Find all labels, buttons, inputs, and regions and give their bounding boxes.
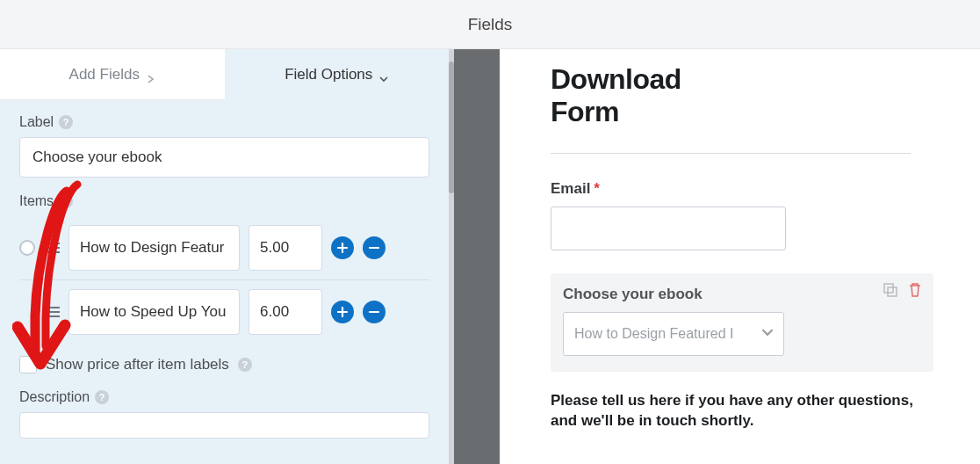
selected-field-block[interactable]: Choose your ebook [551,273,933,372]
description-section: Description ? [19,389,429,439]
duplicate-icon[interactable] [883,282,898,298]
email-input[interactable] [551,207,786,250]
tab-options-label: Field Options [285,66,372,83]
svg-rect-0 [884,284,893,293]
tab-field-options[interactable]: Field Options [225,49,450,100]
item-name-input[interactable] [68,225,240,271]
form-preview: Download Form Email * Choose your ebook [500,49,980,464]
description-input[interactable] [19,412,429,439]
item-row [19,216,429,280]
add-item-button[interactable] [331,301,354,323]
chevron-down-icon [761,326,774,342]
remove-item-button[interactable] [363,236,386,259]
help-icon[interactable]: ? [59,194,73,208]
description-section-title: Description [19,389,90,405]
item-row [19,280,429,344]
chevron-down-icon [379,70,388,79]
form-note: Please tell us here if you have any othe… [551,391,927,431]
field-actions [883,282,923,298]
show-price-row: Show price after item labels ? [19,356,429,373]
panel-gutter [449,49,500,464]
items-list [19,216,429,344]
show-price-label: Show price after item labels [46,356,229,373]
choose-ebook-select-wrap [563,312,784,356]
item-price-input[interactable] [249,225,322,271]
choose-ebook-label: Choose your ebook [563,286,921,303]
page-title: Fields [468,15,513,34]
item-price-input[interactable] [249,289,322,335]
description-section-header: Description ? [19,389,429,405]
scrollbar-thumb[interactable] [449,62,454,193]
email-label: Email * [551,180,927,198]
label-section: Label ? [19,114,429,178]
add-item-button[interactable] [331,236,354,259]
trash-icon[interactable] [907,282,923,298]
form-title-line2: Form [551,96,619,127]
svg-rect-1 [888,287,897,296]
form-title: Download Form [551,63,927,128]
items-section-header: Items ? [19,193,429,209]
show-price-checkbox[interactable] [19,356,37,373]
label-section-title: Label [19,114,54,130]
help-icon[interactable]: ? [59,115,73,129]
left-panel: Add Fields Field Options Label ? [0,49,449,464]
choose-ebook-select[interactable] [563,312,784,356]
remove-item-button[interactable] [363,301,386,323]
drag-handle-icon[interactable] [44,242,60,254]
top-bar: Fields [0,0,980,49]
items-section: Items ? [19,193,429,373]
panel-body: Label ? Items ? [0,100,449,453]
tab-add-label: Add Fields [69,66,140,83]
item-radio[interactable] [19,240,35,256]
help-icon[interactable]: ? [238,358,252,372]
divider [551,153,911,154]
item-name-input[interactable] [68,289,240,335]
email-label-text: Email [551,180,590,198]
tab-add-fields[interactable]: Add Fields [0,49,225,100]
required-star-icon: * [594,180,600,198]
help-icon[interactable]: ? [95,390,109,404]
workspace: Add Fields Field Options Label ? [0,49,980,464]
drag-handle-icon[interactable] [44,306,60,318]
form-title-line1: Download [551,63,681,95]
label-section-header: Label ? [19,114,429,130]
label-input[interactable] [19,137,429,178]
panel-tabs: Add Fields Field Options [0,49,449,100]
chevron-right-icon [147,70,155,79]
choose-ebook-label-text: Choose your ebook [563,286,703,303]
items-section-title: Items [19,193,54,209]
